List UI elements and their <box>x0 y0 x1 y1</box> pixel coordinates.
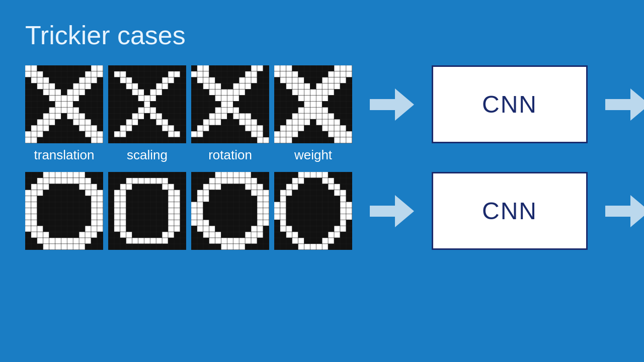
o-output-arrow <box>605 195 644 227</box>
x-weight-image <box>274 65 352 143</box>
x-images-group <box>25 65 352 143</box>
arrow-shape <box>370 88 414 121</box>
arrow-shape-2 <box>605 88 644 121</box>
o-translation-image <box>25 172 103 250</box>
arrow-head <box>395 88 414 121</box>
cnn-label-x: CNN <box>482 90 537 118</box>
slide-title: Trickier cases <box>25 20 619 50</box>
label-translation: translation <box>25 147 103 163</box>
o-images-group <box>25 172 352 250</box>
o-scaling-image <box>108 172 186 250</box>
slide: Trickier cases CNN <box>0 0 644 362</box>
o-weight-image <box>274 172 352 250</box>
o-rotation-image <box>191 172 269 250</box>
label-rotation: rotation <box>191 147 269 163</box>
x-row: CNN X <box>25 65 619 143</box>
x-arrow <box>370 88 414 121</box>
cnn-box-x: CNN <box>432 65 588 143</box>
content-area: CNN X translation scaling rotation weigh… <box>25 65 619 250</box>
x-translation-image <box>25 65 103 143</box>
arrow-shape-3 <box>370 195 414 227</box>
o-row: CNN O <box>25 172 619 250</box>
arrow-body <box>370 99 395 110</box>
arrow-head-2 <box>630 88 644 121</box>
label-weight: weight <box>274 147 352 163</box>
arrow-head-3 <box>395 195 414 227</box>
arrow-body-3 <box>370 206 395 217</box>
x-scaling-image <box>108 65 186 143</box>
x-rotation-image <box>191 65 269 143</box>
arrow-shape-4 <box>605 195 644 227</box>
cnn-label-o: CNN <box>482 197 537 225</box>
arrow-body-4 <box>605 206 630 217</box>
x-output-arrow <box>605 88 644 121</box>
arrow-body-2 <box>605 99 630 110</box>
o-arrow <box>370 195 414 227</box>
cnn-box-o: CNN <box>432 172 588 250</box>
labels-row: translation scaling rotation weight <box>25 147 619 163</box>
label-scaling: scaling <box>108 147 186 163</box>
arrow-head-4 <box>630 195 644 227</box>
